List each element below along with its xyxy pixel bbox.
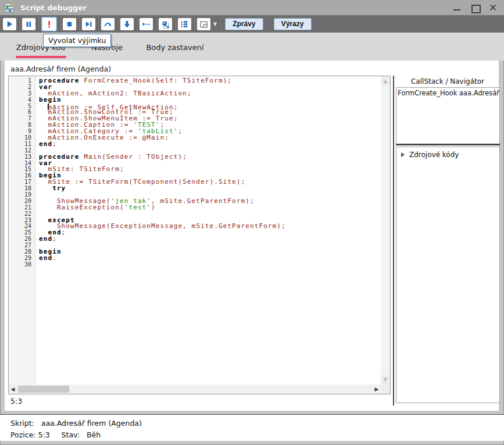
toolbar-separator: [155, 17, 156, 30]
position-value: 5:3: [38, 430, 50, 439]
position-label: Pozice:: [10, 430, 36, 439]
code-line[interactable]: [39, 262, 381, 268]
run-to-cursor-icon: [142, 20, 151, 29]
window-title: Script debugger: [20, 3, 87, 12]
code-line[interactable]: end;: [39, 236, 381, 243]
toolbar-separator: [219, 17, 220, 30]
horizontal-scroll-thumb[interactable]: [18, 386, 69, 393]
messages-button[interactable]: Zprávy: [225, 18, 263, 30]
pause-icon: [24, 20, 33, 29]
code-line[interactable]: mAction.OnExecute := @Main;: [39, 135, 381, 141]
stop-icon: [65, 20, 74, 29]
play-icon: [5, 20, 14, 29]
step-out-button[interactable]: [120, 18, 134, 30]
code-line[interactable]: procedure Main(Sender : TObject);: [39, 154, 381, 161]
code-line[interactable]: RaiseException('test'): [39, 205, 381, 211]
exclamation-icon: [45, 20, 53, 29]
toolbar-separator: [194, 17, 195, 30]
code-line[interactable]: [39, 243, 381, 249]
stop-button[interactable]: [63, 18, 76, 30]
arrow-down-icon: [123, 20, 131, 29]
toolbar-separator: [59, 17, 60, 30]
script-debugger-window: Script debugger ✕ ▼ Zprávy Výrazy Zdrojo…: [0, 0, 504, 445]
toolbar-separator: [19, 17, 20, 30]
horizontal-splitter[interactable]: [396, 144, 500, 145]
line-number: 4: [9, 97, 35, 104]
line-number-gutter: 1234567891011121314151617181920212223242…: [9, 76, 35, 385]
state-label: Stav:: [62, 430, 80, 439]
source-tree[interactable]: Zdrojové kódy: [396, 147, 500, 403]
state-value: Běh: [87, 430, 101, 439]
code-line[interactable]: begin: [39, 249, 381, 255]
scroll-right-icon[interactable]: ▶: [373, 385, 381, 393]
evaluate-button[interactable]: [159, 18, 172, 30]
tooltip: Vyvolat výjimku: [43, 34, 111, 47]
step-over-button[interactable]: [82, 18, 95, 30]
tooltip-text: Vyvolat výjimku: [48, 36, 106, 45]
vertical-scrollbar[interactable]: ▲ ▼: [381, 76, 390, 385]
toolbar-separator: [78, 17, 80, 30]
magnifier-document-icon: [161, 20, 170, 29]
tree-item[interactable]: Zdrojové kódy: [396, 147, 499, 159]
code-line[interactable]: end.: [39, 255, 381, 262]
code-line[interactable]: try: [39, 186, 381, 192]
maximize-icon[interactable]: [471, 3, 479, 12]
panel-splitter[interactable]: [393, 76, 394, 405]
code-line[interactable]: end;: [39, 230, 381, 236]
scroll-left-icon[interactable]: ◀: [9, 385, 17, 393]
chevron-down-icon[interactable]: ▼: [213, 22, 217, 27]
pause-button[interactable]: [22, 18, 35, 30]
code-line[interactable]: procedure FormCreate_Hook(Self: TSiteFor…: [39, 78, 381, 84]
callstack-button[interactable]: [178, 18, 191, 30]
document-title: aaa.Adresář firem (Agenda): [10, 65, 111, 73]
tree-icon: [180, 20, 189, 29]
expressions-button[interactable]: Výrazy: [274, 18, 312, 30]
code-line[interactable]: begin: [39, 97, 381, 104]
code-line[interactable]: ShowMessage(ExceptionMessage, mSite.GetP…: [39, 223, 381, 230]
toolbar-separator: [98, 17, 99, 30]
line-number: 22: [9, 211, 35, 218]
code-line[interactable]: mAction, mAction2: TBasicAction;: [39, 91, 381, 97]
callstack-header: CallStack / Navigátor: [395, 77, 500, 86]
window-icon: [199, 20, 208, 29]
expand-arrow-icon[interactable]: [401, 152, 405, 157]
toolbar-separator: [268, 17, 269, 30]
active-tab-underline: [16, 56, 66, 58]
step-over-icon: [84, 20, 93, 29]
curved-arrow-icon: [103, 20, 112, 29]
code-line[interactable]: mSite: TSiteForm;: [39, 166, 381, 173]
cursor-position-status: 5:3: [10, 397, 22, 405]
callstack-list[interactable]: FormCreate_Hook aaa.Adresář fire: [396, 87, 500, 145]
scrollbar-corner: [381, 385, 390, 394]
scroll-down-icon[interactable]: ▼: [381, 375, 389, 384]
callstack-item[interactable]: FormCreate_Hook aaa.Adresář fire: [396, 88, 499, 98]
raise-exception-button[interactable]: [41, 17, 57, 31]
line-number: 13: [9, 154, 35, 161]
line-number: 30: [9, 262, 35, 268]
scroll-up-icon[interactable]: ▲: [381, 77, 389, 86]
close-icon[interactable]: ✕: [489, 3, 497, 12]
status-footer: Skript: aaa.Adresář firem (Agenda) Pozic…: [0, 415, 504, 441]
main-panel: aaa.Adresář firem (Agenda) 1234567891011…: [5, 60, 499, 411]
code-line[interactable]: mSite := TSiteForm(TComponent(Sender).Si…: [39, 179, 381, 186]
toolbar-separator: [38, 17, 39, 30]
run-to-cursor-button[interactable]: [140, 18, 153, 30]
minimize-icon[interactable]: [453, 3, 461, 12]
toolbar-separator: [174, 17, 176, 30]
code-area[interactable]: procedure FormCreate_Hook(Self: TSiteFor…: [36, 76, 381, 385]
script-label: Skript:: [10, 419, 34, 428]
trace-into-button[interactable]: [101, 18, 115, 30]
toolbar-separator: [117, 17, 118, 30]
windows-button[interactable]: [197, 18, 210, 30]
code-line[interactable]: [39, 211, 381, 218]
debug-toolbar: ▼ Zprávy Výrazy: [0, 15, 504, 33]
app-sliders-icon: [4, 2, 16, 13]
script-value: aaa.Adresář firem (Agenda): [41, 419, 142, 428]
toolbar-separator: [136, 17, 137, 30]
code-line[interactable]: end;: [39, 141, 381, 148]
run-button[interactable]: [3, 18, 16, 30]
tab-breakpoints[interactable]: Body zastavení: [146, 43, 203, 52]
titlebar: Script debugger ✕: [0, 0, 504, 15]
code-editor[interactable]: 1234567891011121314151617181920212223242…: [8, 76, 391, 394]
horizontal-scrollbar[interactable]: ◀ ▶: [9, 385, 381, 394]
